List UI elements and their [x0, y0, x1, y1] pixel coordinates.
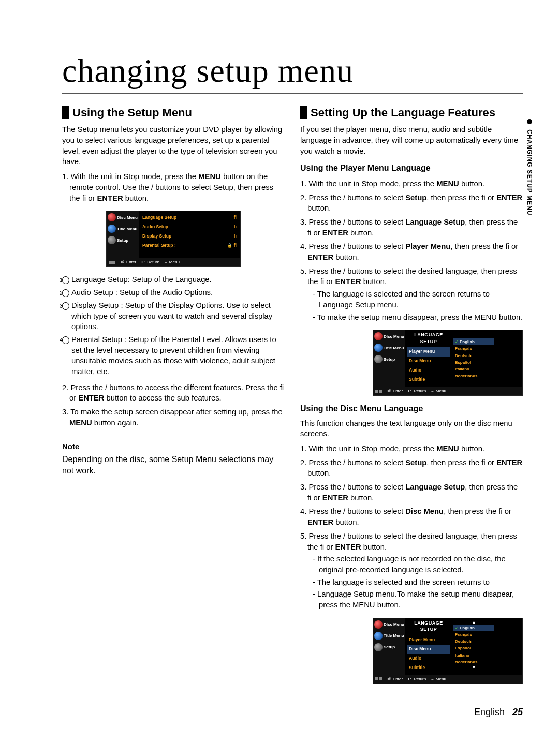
step-sub-item: - If the selected language is not record… [313, 554, 523, 575]
subhead-disc-menu-lang: Using the Disc Menu Language [300, 403, 523, 414]
step-item: 1. With the unit in Stop mode, press the… [300, 443, 523, 454]
right-column: Setting Up the Language Features If you … [300, 103, 523, 691]
side-tab-dot [527, 119, 532, 124]
osd-language-setup-player: Disc Menu Title Menu Setup LANGUAGE SETU… [373, 330, 523, 396]
osd-setup-menu: Disc Menu Title Menu Setup Language Setu… [106, 211, 241, 267]
page-footer: English _25 [62, 707, 523, 718]
step-sub-item: - The language is selected and the scree… [313, 289, 523, 310]
section-language-features: Setting Up the Language Features [300, 106, 523, 119]
intro-left: The Setup menu lets you customize your D… [62, 124, 285, 167]
left-step-1: 1. With the unit in Stop mode, press the… [62, 171, 285, 203]
step-sub-item: - The language is selected and the scree… [313, 577, 523, 588]
side-tab: CHANGING SETUP MENU [526, 119, 533, 215]
subhead-player-menu-lang: Using the Player Menu Language [300, 162, 523, 174]
side-tab-label: CHANGING SETUP MENU [526, 129, 533, 215]
note-text: Depending on the disc, some Setup Menu s… [62, 454, 285, 477]
step-item: 3. Press the / buttons to select Languag… [300, 482, 523, 503]
step-sub-item: - Language Setup menu.To make the setup … [313, 589, 523, 610]
osd-language-setup-disc: Disc Menu Title Menu Setup LANGUAGE SETU… [373, 618, 523, 684]
disc-menu-steps: 1. With the unit in Stop mode, press the… [300, 443, 523, 611]
step-item: 2. Press the / buttons to select Setup, … [300, 192, 523, 214]
step-item: 5. Press the / buttons to select the des… [300, 531, 523, 611]
step-item: 3. Press the / buttons to select Languag… [300, 217, 523, 238]
setup-option-bullets: 1Language Setup: Setup of the Language. … [62, 274, 285, 377]
left-column: Using the Setup Menu The Setup menu lets… [62, 103, 285, 691]
step-sub-item: - To make the setup menu disappear, pres… [313, 312, 523, 323]
disc-menu-intro: This function changes the text language … [300, 418, 523, 439]
section-using-setup-menu: Using the Setup Menu [62, 106, 285, 119]
player-menu-steps: 1. With the unit in Stop mode, press the… [300, 179, 523, 322]
page-title: changing setup menu [62, 52, 523, 94]
step-item: 4. Press the / buttons to select Disc Me… [300, 506, 523, 527]
step-item: 5. Press the / buttons to select the des… [300, 266, 523, 323]
note-label: Note [62, 441, 285, 452]
left-step-2: 2. Press the / buttons to access the dif… [62, 382, 285, 404]
step-item: 2. Press the / buttons to select Setup, … [300, 457, 523, 479]
intro-right: If you set the player menu, disc menu, a… [300, 124, 523, 156]
step-item: 1. With the unit in Stop mode, press the… [300, 179, 523, 189]
heading-language-features: Setting Up the Language Features [311, 106, 495, 119]
heading-using-setup: Using the Setup Menu [72, 106, 192, 119]
left-step-3: 3. To make the setup screen disappear af… [62, 407, 285, 428]
step-item: 4. Press the / buttons to select Player … [300, 241, 523, 262]
